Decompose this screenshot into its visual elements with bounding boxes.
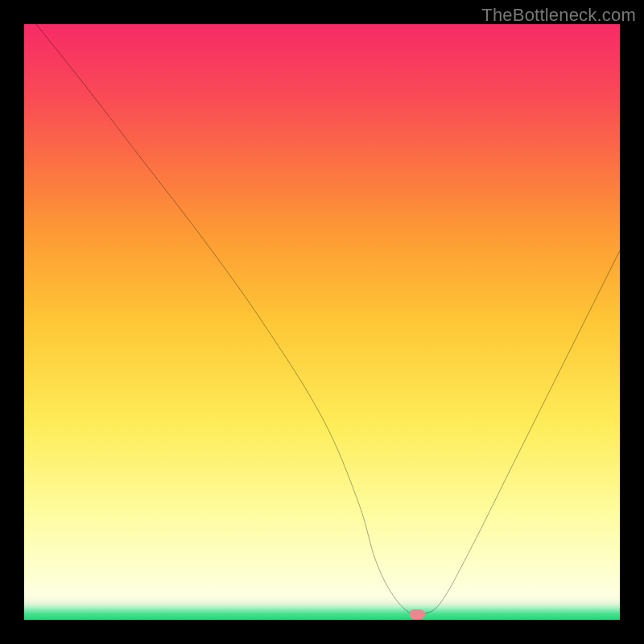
chart-frame: TheBottleneck.com — [0, 0, 644, 644]
bottleneck-curve — [24, 24, 620, 620]
optimal-marker — [409, 609, 425, 619]
watermark-text: TheBottleneck.com — [481, 5, 636, 26]
plot-area — [24, 24, 620, 620]
